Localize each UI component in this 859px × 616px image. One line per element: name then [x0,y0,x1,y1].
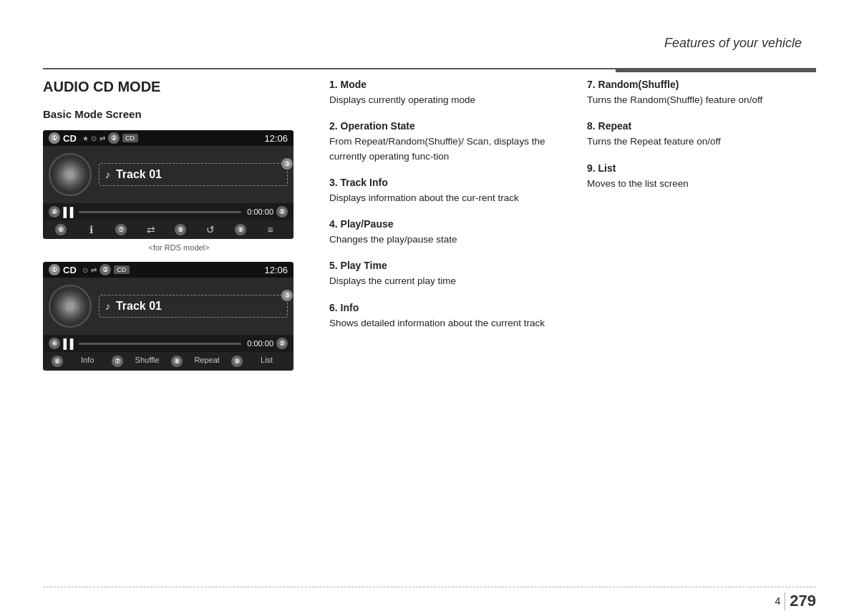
screen1-icon-bar: ⑥ ℹ ⑦ ⇄ ⑧ ↺ ⑨ ≡ [43,220,293,239]
screen1-disc [49,153,92,196]
num-circle-2-s2: ② [100,264,111,275]
feature-title-7: 7. Random(Shuffle) [587,79,816,90]
feature-desc-5: Displays the current play time [329,274,566,288]
num-circle-8-s2: ⑧ [171,356,183,367]
feature-item-2: 2. Operation State From Repeat/Random(Sh… [329,120,566,164]
btn-repeat-s1[interactable]: ↺ [200,224,221,235]
num-circle-5-s2: ⑤ [276,338,288,349]
header: Features of your vehicle [0,0,859,72]
screen2-bottom-bar: ④ ▐▐ 0:00:00 ⑤ [43,335,293,352]
screen1-bottom-bar: ④ ▐▐ 0:00:00 ⑤ [43,203,293,220]
play-icon-s2: ▐▐ [60,338,73,349]
num-circle-6-s1: ⑥ [55,224,67,235]
screen1-main: ③ ♪ Track 01 [43,146,293,203]
music-note-s2: ♪ [105,300,110,312]
feature-item-3: 3. Track Info Displays information about… [329,177,566,205]
num-circle-3-s2: ③ [281,290,293,301]
feature-desc-2: From Repeat/Random(Shuffle)/ Scan, displ… [329,135,566,164]
feature-item-6: 6. Info Shows detailed information about… [329,302,566,331]
btn-repeat-s2[interactable]: Repeat [189,356,225,367]
footer: 4 279 [0,580,859,616]
screen2-time: 12:06 [264,265,288,275]
feature-title-1: 1. Mode [329,79,566,90]
screen2-track-name: Track 01 [116,300,162,312]
play-icon-s1: ▐▐ [60,207,73,217]
num-circle-2-s1: ② [108,132,120,144]
cd-screen-1: ① CD ★ ⊙ ⇄ ② CD 12:06 ③ ♪ Track 01 [43,130,293,239]
screen1-track-info: ③ ♪ Track 01 [99,163,288,186]
header-accent-line [616,68,816,72]
music-note-s1: ♪ [105,169,110,180]
btn-shuffle-s1[interactable]: ⇄ [140,224,162,235]
feature-item-4: 4. Play/Pause Changes the play/pause sta… [329,218,566,247]
section-title: AUDIO CD MODE [43,79,315,95]
feature-title-2: 2. Operation State [329,120,566,132]
header-title: Features of your vehicle [664,36,802,51]
btn-list-s2[interactable]: List [249,356,285,367]
num-circle-1: ① [49,132,60,144]
feature-item-8: 8. Repeat Turns the Repeat feature on/of… [587,120,816,149]
feature-desc-9: Moves to the list screen [587,177,816,191]
footer-page-info: 4 279 [775,592,816,610]
num-circle-4-s2: ④ [49,338,60,349]
num-circle-5-s1: ⑤ [276,206,288,217]
feature-item-1: 1. Mode Displays currently operating mod… [329,79,566,107]
screen2-disc [49,285,92,328]
footer-dashed-line [43,587,816,587]
screen2-track-info: ③ ♪ Track 01 [99,295,288,318]
num-circle-7-s1: ⑦ [115,224,127,235]
feature-item-7: 7. Random(Shuffle) Turns the Random(Shuf… [587,79,816,107]
feature-desc-8: Turns the Repeat feature on/off [587,135,816,149]
screen1-time: 12:06 [264,133,288,144]
screen2-playtime: 0:00:00 [247,339,273,348]
mid-column: 1. Mode Displays currently operating mod… [329,79,566,343]
screen2-cd-label: CD [63,265,77,275]
feature-item-9: 9. List Moves to the list screen [587,162,816,191]
screen1-progress [79,211,241,213]
num-circle-3-s1: ③ [281,158,293,170]
screen2-top-bar: ① CD ⊙ ⇄ ② CD 12:06 [43,262,293,278]
left-column: AUDIO CD MODE Basic Mode Screen ① CD ★ ⊙… [43,79,315,375]
feature-item-5: 5. Play Time Displays the current play t… [329,260,566,288]
feature-title-5: 5. Play Time [329,260,566,271]
screen2-icon-bar: ⑥ Info ⑦ Shuffle ⑧ Repeat ⑨ List [43,352,293,371]
screen1-top-bar: ① CD ★ ⊙ ⇄ ② CD 12:06 [43,130,293,146]
num-circle-6-s2: ⑥ [52,356,63,367]
screen1-caption: <for RDS model> [43,243,315,252]
feature-title-4: 4. Play/Pause [329,218,566,230]
feature-title-3: 3. Track Info [329,177,566,188]
screen1-cd-label: CD [63,133,77,144]
cd-screen-2: ① CD ⊙ ⇄ ② CD 12:06 ③ ♪ Track 01 [43,262,293,371]
btn-shuffle-s2[interactable]: Shuffle [130,356,165,367]
feature-desc-4: Changes the play/pause state [329,233,566,247]
screen2-progress [79,343,241,345]
num-circle-9-s2: ⑨ [231,356,243,367]
num-circle-7-s2: ⑦ [112,356,123,367]
feature-title-6: 6. Info [329,302,566,313]
sub-title: Basic Mode Screen [43,108,315,120]
screen1-playtime: 0:00:00 [247,207,273,216]
feature-title-8: 8. Repeat [587,120,816,132]
btn-list-s1[interactable]: ≡ [260,224,281,235]
feature-desc-1: Displays currently operating mode [329,93,566,107]
num-circle-8-s1: ⑧ [175,224,186,235]
screen2-main: ③ ♪ Track 01 [43,278,293,335]
footer-page-number: 279 [785,592,816,610]
btn-info-s1[interactable]: ℹ [80,224,102,235]
feature-desc-3: Displays information about the cur-rent … [329,191,566,205]
right-column: 7. Random(Shuffle) Turns the Random(Shuf… [587,79,816,204]
feature-desc-6: Shows detailed information about the cur… [329,316,566,331]
main-content: AUDIO CD MODE Basic Mode Screen ① CD ★ ⊙… [43,79,816,573]
feature-title-9: 9. List [587,162,816,174]
num-circle-1-s2: ① [49,264,60,275]
feature-desc-7: Turns the Random(Shuffle) feature on/off [587,93,816,107]
footer-chapter: 4 [775,595,780,607]
num-circle-9-s1: ⑨ [235,224,246,235]
num-circle-4-s1: ④ [49,206,60,217]
btn-info-s2[interactable]: Info [69,356,105,367]
screen1-track-name: Track 01 [116,168,162,180]
